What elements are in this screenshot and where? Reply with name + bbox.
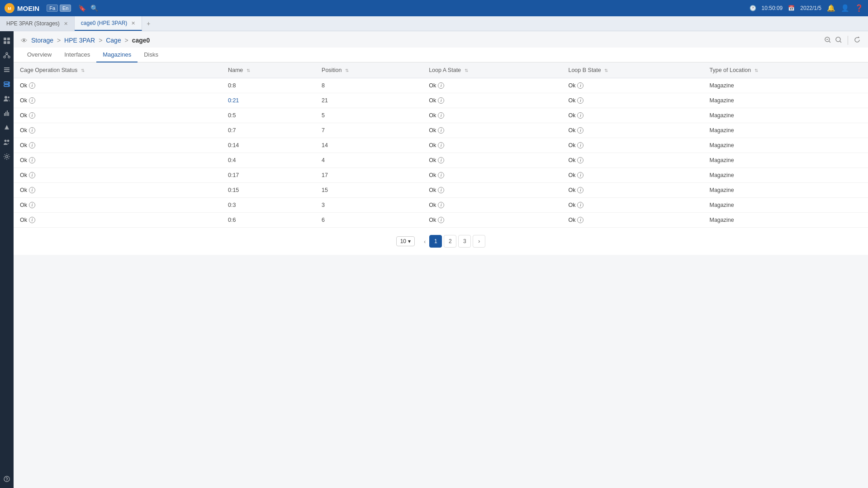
zoom-out-button[interactable] <box>824 36 831 45</box>
loop-a-info-icon[interactable]: i <box>438 172 444 178</box>
table-row: Ok i0:77Ok iOk iMagazine <box>14 123 868 138</box>
col-loop-b[interactable]: Loop B State ⇅ <box>562 62 703 78</box>
loop-a-info-icon[interactable]: i <box>438 97 444 104</box>
loop-a-cell: Ok i <box>429 172 555 178</box>
cage-op-info-icon[interactable]: i <box>29 82 35 89</box>
svg-rect-3 <box>7 38 10 40</box>
cage-op-info-icon[interactable]: i <box>29 97 35 104</box>
loop-b-info-icon[interactable]: i <box>577 172 583 178</box>
tab-cage0[interactable]: cage0 (HPE 3PAR) ✕ <box>75 16 142 31</box>
notifications-icon[interactable]: 🔔 <box>827 4 835 12</box>
col-position[interactable]: Position ⇅ <box>315 62 422 78</box>
page-2-button[interactable]: 2 <box>444 235 456 248</box>
tab-overview[interactable]: Overview <box>21 48 58 62</box>
logo-icon: M <box>5 3 14 13</box>
breadcrumb-cage[interactable]: Cage <box>106 37 121 44</box>
search-button[interactable] <box>835 36 842 45</box>
name-cell[interactable]: 0:21 <box>228 97 239 104</box>
position-cell: 3 <box>315 198 422 213</box>
loop-b-info-icon[interactable]: i <box>577 112 583 119</box>
tab-cage0-close[interactable]: ✕ <box>131 20 135 26</box>
loop-b-info-icon[interactable]: i <box>577 127 583 134</box>
refresh-button[interactable] <box>854 36 861 45</box>
tab-disks[interactable]: Disks <box>138 48 165 62</box>
search-icon[interactable]: 🔍 <box>90 5 98 12</box>
tab-magazines[interactable]: Magazines <box>96 48 138 62</box>
page-1-button[interactable]: 1 <box>429 235 442 248</box>
add-tab-button[interactable]: + <box>142 17 155 30</box>
lang-fa-button[interactable]: Fa <box>47 5 58 12</box>
sidebar-item-settings[interactable] <box>1 151 13 163</box>
type-of-location-cell: Magazine <box>703 123 868 138</box>
breadcrumb-storage[interactable]: Storage <box>31 37 53 44</box>
cage-op-status-cell: Ok i <box>20 172 215 178</box>
loop-b-info-icon[interactable]: i <box>577 82 583 89</box>
svg-rect-23 <box>8 112 9 116</box>
topbar-right: 🕐 10:50:09 📅 2022/1/5 🔔 👤 ❓ <box>749 4 863 12</box>
tab-hpe-storages[interactable]: HPE 3PAR (Storages) ✕ <box>0 16 75 31</box>
sidebar-item-dashboard[interactable] <box>1 35 13 47</box>
loop-a-info-icon[interactable]: i <box>438 127 444 134</box>
loop-a-info-icon[interactable]: i <box>438 217 444 223</box>
cage-op-info-icon[interactable]: i <box>29 142 35 148</box>
loop-a-info-icon[interactable]: i <box>438 112 444 119</box>
cage-op-info-icon[interactable]: i <box>29 157 35 163</box>
help-icon[interactable]: ❓ <box>855 4 863 12</box>
col-name[interactable]: Name ⇅ <box>222 62 315 78</box>
tab-hpe-storages-close[interactable]: ✕ <box>64 21 68 27</box>
loop-a-info-icon[interactable]: i <box>438 202 444 208</box>
cage-op-info-icon[interactable]: i <box>29 202 35 208</box>
loop-b-info-icon[interactable]: i <box>577 217 583 223</box>
lang-en-button[interactable]: En <box>60 5 71 12</box>
svg-line-10 <box>7 54 9 56</box>
loop-b-info-icon[interactable]: i <box>577 187 583 193</box>
sidebar-item-alerts[interactable] <box>1 122 13 134</box>
cage-op-info-icon[interactable]: i <box>29 127 35 134</box>
loop-a-cell: Ok i <box>429 142 555 148</box>
cage-op-info-icon[interactable]: i <box>29 217 35 223</box>
col-loop-a-label: Loop A State <box>429 67 461 73</box>
sidebar <box>0 31 14 488</box>
cage-op-info-icon[interactable]: i <box>29 112 35 119</box>
loop-a-info-icon[interactable]: i <box>438 82 444 89</box>
page-size-select[interactable]: 10 ▾ <box>396 236 415 246</box>
breadcrumb-hpe3par[interactable]: HPE 3PAR <box>64 37 95 44</box>
col-loop-a[interactable]: Loop A State ⇅ <box>422 62 562 78</box>
svg-point-6 <box>6 53 8 54</box>
position-cell: 5 <box>315 108 422 123</box>
tab-interfaces[interactable]: Interfaces <box>58 48 96 62</box>
user-profile-icon[interactable]: 👤 <box>841 4 849 12</box>
position-cell: 4 <box>315 153 422 168</box>
sidebar-item-users[interactable] <box>1 93 13 105</box>
bookmark-icon[interactable]: 🔖 <box>78 5 86 12</box>
svg-rect-21 <box>5 112 6 116</box>
loop-b-info-icon[interactable]: i <box>577 142 583 148</box>
name-cell: 0:7 <box>228 127 236 134</box>
loop-b-info-icon[interactable]: i <box>577 157 583 163</box>
sidebar-item-list[interactable] <box>1 64 13 76</box>
page-header: 👁 Storage > HPE 3PAR > Cage > cage0 <box>14 31 868 48</box>
cage-op-info-icon[interactable]: i <box>29 172 35 178</box>
svg-point-34 <box>836 37 840 42</box>
loop-b-info-icon[interactable]: i <box>577 202 583 208</box>
col-type-label: Type of Location <box>710 67 751 73</box>
type-of-location-cell: Magazine <box>703 183 868 198</box>
sidebar-item-topology[interactable] <box>1 49 13 61</box>
loop-b-info-icon[interactable]: i <box>577 97 583 104</box>
next-page-button[interactable]: › <box>473 235 485 248</box>
loop-a-info-icon[interactable]: i <box>438 187 444 193</box>
sidebar-item-storage[interactable] <box>1 78 13 90</box>
sidebar-item-people[interactable] <box>1 136 13 148</box>
cage-op-info-icon[interactable]: i <box>29 187 35 193</box>
page-3-button[interactable]: 3 <box>458 235 471 248</box>
type-of-location-cell: Magazine <box>703 168 868 183</box>
loop-a-info-icon[interactable]: i <box>438 142 444 148</box>
header-divider <box>848 36 848 45</box>
sidebar-item-reports[interactable] <box>1 107 13 119</box>
col-cage-op-status[interactable]: Cage Operation Status ⇅ <box>14 62 222 78</box>
svg-point-7 <box>4 56 5 58</box>
loop-a-cell: Ok i <box>429 217 555 223</box>
loop-a-info-icon[interactable]: i <box>438 157 444 163</box>
col-type-of-location[interactable]: Type of Location ⇅ <box>703 62 868 78</box>
sidebar-item-support[interactable] <box>1 473 13 485</box>
